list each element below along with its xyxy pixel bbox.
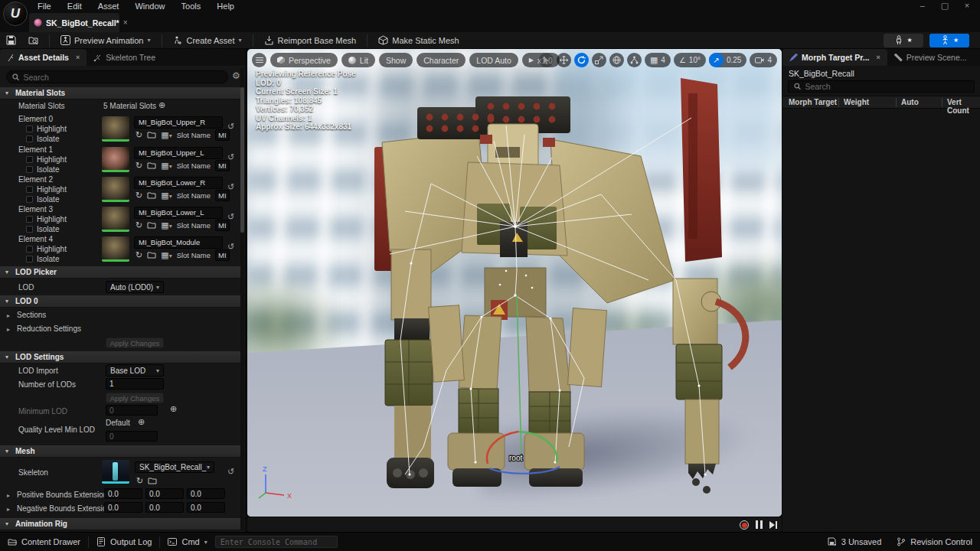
- move-tool-button[interactable]: [557, 53, 571, 67]
- morph-search-bar[interactable]: [788, 80, 975, 93]
- quality-min-lod-field[interactable]: 0: [106, 431, 158, 442]
- reduction-settings-row[interactable]: Reduction Settings: [17, 324, 81, 333]
- apply-changes-button[interactable]: Apply Changes: [106, 393, 164, 403]
- material-grid-icon[interactable]: ▦▾: [161, 220, 172, 230]
- animation-timeline[interactable]: [247, 517, 782, 532]
- expand-arrow-icon[interactable]: ▸: [7, 506, 10, 513]
- material-thumbnail[interactable]: [102, 207, 129, 232]
- reimport-base-mesh-button[interactable]: Reimport Base Mesh: [258, 32, 363, 49]
- menu-tools[interactable]: Tools: [175, 0, 208, 12]
- reset-icon[interactable]: ↺: [227, 242, 234, 252]
- console-command-input[interactable]: [215, 536, 338, 548]
- gear-icon[interactable]: ⚙: [232, 70, 240, 81]
- camera-speed-control[interactable]: 4: [750, 53, 777, 67]
- reset-icon[interactable]: ↺: [227, 212, 234, 222]
- reset-icon[interactable]: ↺: [227, 467, 234, 477]
- material-grid-icon[interactable]: ▦▾: [161, 130, 172, 140]
- create-asset-button[interactable]: Create Asset ▾: [167, 32, 248, 49]
- use-selected-asset-icon[interactable]: ↻: [136, 161, 142, 171]
- preview-animation-button[interactable]: Preview Animation ▾: [54, 32, 157, 49]
- menu-asset[interactable]: Asset: [91, 0, 126, 12]
- record-button[interactable]: [740, 520, 749, 530]
- use-selected-asset-icon[interactable]: ↻: [136, 191, 142, 201]
- highlight-checkbox[interactable]: [26, 126, 33, 132]
- bounds-z-field[interactable]: 0.0: [187, 502, 225, 513]
- section-mesh[interactable]: ▾ Mesh: [0, 445, 240, 458]
- highlight-checkbox[interactable]: [26, 186, 33, 193]
- preview-character-toggle[interactable]: ★: [884, 34, 923, 47]
- isolate-checkbox[interactable]: [26, 256, 33, 262]
- preview-skeleton-toggle[interactable]: ★: [929, 34, 969, 47]
- scale-snap-control[interactable]: ↗ 0.25: [709, 53, 746, 67]
- section-lod-picker[interactable]: ▾ LOD Picker: [0, 266, 240, 279]
- skeleton-dropdown[interactable]: SK_BigBot_Recall_Skeleton▾: [135, 461, 214, 473]
- unsaved-button[interactable]: 3 Unsaved: [820, 533, 890, 551]
- lod-import-dropdown[interactable]: Base LOD▾: [106, 364, 164, 377]
- material-thumbnail[interactable]: [102, 116, 129, 142]
- details-search-input[interactable]: [23, 73, 222, 82]
- apply-changes-button[interactable]: Apply Changes: [106, 337, 164, 348]
- add-override-icon[interactable]: ⊕: [170, 404, 177, 414]
- column-vert-count[interactable]: Vert Count: [947, 98, 980, 115]
- bounds-y-field[interactable]: 0.0: [145, 488, 184, 499]
- material-grid-icon[interactable]: ▦▾: [161, 161, 172, 171]
- browse-icon[interactable]: [147, 221, 156, 230]
- number-of-lods-field[interactable]: 1: [106, 378, 164, 390]
- use-selected-asset-icon[interactable]: ↻: [136, 476, 143, 486]
- snap-hierarchy-button[interactable]: [627, 53, 642, 67]
- use-selected-asset-icon[interactable]: ↻: [136, 130, 142, 140]
- make-static-mesh-button[interactable]: Make Static Mesh: [372, 32, 465, 49]
- viewport-options-button[interactable]: [252, 53, 266, 67]
- world-local-toggle-button[interactable]: [609, 53, 624, 67]
- browse-icon[interactable]: [147, 161, 156, 170]
- close-button[interactable]: ×: [957, 0, 977, 11]
- cmd-selector[interactable]: Cmd ▾: [160, 533, 214, 551]
- bounds-z-field[interactable]: 0.0: [187, 488, 225, 499]
- output-log-button[interactable]: Output Log: [89, 533, 159, 551]
- sections-row[interactable]: Sections: [17, 311, 46, 319]
- column-auto[interactable]: Auto: [901, 98, 919, 106]
- pause-button[interactable]: [756, 520, 763, 529]
- column-weight[interactable]: Weight: [844, 98, 869, 106]
- tab-asset-details[interactable]: Asset Details ×: [0, 49, 87, 66]
- scrollbar-thumb[interactable]: [240, 87, 244, 233]
- grid-snap-control[interactable]: ▦ 4: [645, 53, 671, 67]
- section-material-slots[interactable]: ▾ Material Slots: [0, 87, 240, 99]
- lit-mode-button[interactable]: Lit: [341, 53, 375, 67]
- scale-tool-button[interactable]: [592, 53, 606, 67]
- material-thumbnail[interactable]: [102, 147, 129, 172]
- perspective-button[interactable]: Perspective: [270, 53, 338, 67]
- highlight-checkbox[interactable]: [26, 246, 33, 253]
- character-button[interactable]: Character: [416, 53, 466, 67]
- lod-dropdown[interactable]: Auto (LOD0)▾: [106, 281, 164, 293]
- reset-icon[interactable]: ↺: [227, 122, 234, 132]
- bounds-x-field[interactable]: 0.0: [104, 488, 142, 499]
- isolate-checkbox[interactable]: [26, 166, 33, 173]
- menu-edit[interactable]: Edit: [60, 0, 89, 12]
- rotation-snap-control[interactable]: ∠ 10°: [674, 53, 706, 67]
- select-tool-button[interactable]: [539, 53, 554, 67]
- add-quality-override-icon[interactable]: ⊕: [138, 417, 145, 427]
- bounds-x-field[interactable]: 0.0: [104, 502, 142, 513]
- lod-auto-button[interactable]: LOD Auto: [469, 53, 518, 67]
- details-search-bar[interactable]: [6, 70, 228, 83]
- section-lod-settings[interactable]: ▾ LOD Settings: [0, 351, 240, 364]
- menu-file[interactable]: File: [31, 0, 58, 12]
- step-forward-button[interactable]: [769, 521, 778, 529]
- material-grid-icon[interactable]: ▦▾: [161, 250, 172, 260]
- browse-to-asset-button[interactable]: [22, 32, 44, 49]
- menu-window[interactable]: Window: [128, 0, 172, 12]
- morph-search-input[interactable]: [805, 82, 969, 91]
- browse-icon[interactable]: [148, 477, 157, 485]
- tab-close-icon[interactable]: ×: [123, 18, 128, 27]
- material-grid-icon[interactable]: ▦▾: [161, 191, 172, 201]
- save-button[interactable]: [0, 32, 22, 49]
- expand-arrow-icon[interactable]: ▸: [7, 492, 10, 499]
- minimum-lod-field[interactable]: 0: [106, 405, 158, 416]
- highlight-checkbox[interactable]: [26, 156, 33, 163]
- rotate-tool-button[interactable]: [574, 53, 589, 67]
- bounds-y-field[interactable]: 0.0: [145, 502, 184, 513]
- section-lod0[interactable]: ▾ LOD 0: [0, 295, 240, 308]
- skeleton-thumbnail[interactable]: [102, 460, 129, 484]
- browse-icon[interactable]: [147, 251, 156, 259]
